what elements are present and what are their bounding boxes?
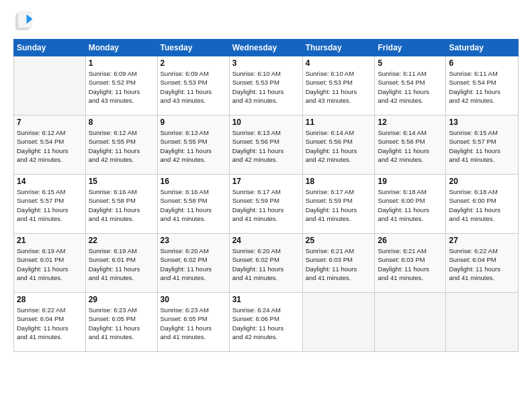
calendar-cell: 1Sunrise: 6:09 AM Sunset: 5:52 PM Daylig… [85,56,157,116]
day-number: 13 [449,118,515,127]
day-number: 12 [378,118,443,127]
day-info: Sunrise: 6:23 AM Sunset: 6:05 PM Dayligh… [89,306,154,341]
calendar-cell: 2Sunrise: 6:09 AM Sunset: 5:53 PM Daylig… [157,56,229,116]
calendar-cell: 14Sunrise: 6:15 AM Sunset: 5:57 PM Dayli… [14,175,86,234]
day-number: 14 [17,177,83,186]
logo [13,11,38,32]
calendar-cell: 27Sunrise: 6:22 AM Sunset: 6:04 PM Dayli… [446,234,519,293]
day-info: Sunrise: 6:16 AM Sunset: 5:58 PM Dayligh… [89,187,154,223]
day-number: 3 [232,58,300,68]
weekday-header: Sunday [14,40,86,56]
day-number: 10 [232,118,300,127]
weekday-header: Wednesday [229,40,302,56]
calendar-cell: 19Sunrise: 6:18 AM Sunset: 6:00 PM Dayli… [375,175,446,234]
calendar-cell: 13Sunrise: 6:15 AM Sunset: 5:57 PM Dayli… [446,116,519,175]
calendar-cell: 11Sunrise: 6:14 AM Sunset: 5:56 PM Dayli… [302,116,375,175]
calendar-cell: 6Sunrise: 6:11 AM Sunset: 5:54 PM Daylig… [446,56,519,116]
day-info: Sunrise: 6:14 AM Sunset: 5:56 PM Dayligh… [306,128,372,164]
day-info: Sunrise: 6:18 AM Sunset: 6:00 PM Dayligh… [449,187,515,223]
day-number: 20 [449,177,515,186]
day-info: Sunrise: 6:15 AM Sunset: 5:57 PM Dayligh… [17,187,83,223]
calendar-cell [302,293,375,352]
day-info: Sunrise: 6:22 AM Sunset: 6:04 PM Dayligh… [17,306,83,341]
day-number: 11 [306,118,372,127]
calendar-cell: 30Sunrise: 6:23 AM Sunset: 6:05 PM Dayli… [157,293,229,352]
calendar-cell: 5Sunrise: 6:11 AM Sunset: 5:54 PM Daylig… [375,56,446,116]
day-info: Sunrise: 6:12 AM Sunset: 5:54 PM Dayligh… [17,128,83,164]
calendar-cell [14,56,86,116]
day-number: 1 [89,58,154,68]
weekday-header-row: SundayMondayTuesdayWednesdayThursdayFrid… [14,40,519,56]
day-number: 22 [89,236,154,245]
calendar-cell: 24Sunrise: 6:20 AM Sunset: 6:02 PM Dayli… [229,234,302,293]
day-info: Sunrise: 6:16 AM Sunset: 5:58 PM Dayligh… [161,187,226,223]
day-info: Sunrise: 6:15 AM Sunset: 5:57 PM Dayligh… [449,128,515,164]
day-number: 28 [17,295,83,304]
calendar-cell: 26Sunrise: 6:21 AM Sunset: 6:03 PM Dayli… [375,234,446,293]
day-info: Sunrise: 6:19 AM Sunset: 6:01 PM Dayligh… [17,246,83,282]
day-info: Sunrise: 6:10 AM Sunset: 5:53 PM Dayligh… [232,69,300,105]
day-info: Sunrise: 6:19 AM Sunset: 6:01 PM Dayligh… [89,246,154,282]
day-info: Sunrise: 6:11 AM Sunset: 5:54 PM Dayligh… [449,69,515,105]
day-info: Sunrise: 6:20 AM Sunset: 6:02 PM Dayligh… [232,246,300,282]
day-number: 7 [17,118,83,127]
day-number: 24 [232,236,300,245]
day-number: 2 [161,58,226,68]
weekday-header: Saturday [446,40,519,56]
calendar-cell: 12Sunrise: 6:14 AM Sunset: 5:56 PM Dayli… [375,116,446,175]
day-number: 8 [89,118,154,127]
calendar-cell [446,293,519,352]
day-number: 4 [306,58,372,68]
calendar-cell: 4Sunrise: 6:10 AM Sunset: 5:53 PM Daylig… [302,56,375,116]
day-info: Sunrise: 6:10 AM Sunset: 5:53 PM Dayligh… [306,69,372,105]
day-info: Sunrise: 6:21 AM Sunset: 6:03 PM Dayligh… [306,246,372,282]
day-info: Sunrise: 6:09 AM Sunset: 5:52 PM Dayligh… [89,69,154,105]
calendar-cell: 22Sunrise: 6:19 AM Sunset: 6:01 PM Dayli… [85,234,157,293]
calendar-cell: 25Sunrise: 6:21 AM Sunset: 6:03 PM Dayli… [302,234,375,293]
calendar-cell: 8Sunrise: 6:12 AM Sunset: 5:55 PM Daylig… [85,116,157,175]
calendar-cell: 28Sunrise: 6:22 AM Sunset: 6:04 PM Dayli… [14,293,86,352]
calendar-cell: 31Sunrise: 6:24 AM Sunset: 6:06 PM Dayli… [229,293,302,352]
weekday-header: Monday [85,40,157,56]
calendar-cell: 15Sunrise: 6:16 AM Sunset: 5:58 PM Dayli… [85,175,157,234]
day-number: 6 [449,58,515,68]
header [13,11,519,32]
weekday-header: Thursday [302,40,375,56]
calendar-cell: 20Sunrise: 6:18 AM Sunset: 6:00 PM Dayli… [446,175,519,234]
day-info: Sunrise: 6:18 AM Sunset: 6:00 PM Dayligh… [378,187,443,223]
day-number: 25 [306,236,372,245]
day-info: Sunrise: 6:24 AM Sunset: 6:06 PM Dayligh… [232,306,300,341]
calendar-week-row: 1Sunrise: 6:09 AM Sunset: 5:52 PM Daylig… [14,56,519,116]
day-info: Sunrise: 6:21 AM Sunset: 6:03 PM Dayligh… [378,246,443,282]
calendar-week-row: 28Sunrise: 6:22 AM Sunset: 6:04 PM Dayli… [14,293,519,352]
day-number: 21 [17,236,83,245]
weekday-header: Tuesday [157,40,229,56]
calendar-cell: 9Sunrise: 6:13 AM Sunset: 5:55 PM Daylig… [157,116,229,175]
calendar-week-row: 7Sunrise: 6:12 AM Sunset: 5:54 PM Daylig… [14,116,519,175]
calendar-week-row: 14Sunrise: 6:15 AM Sunset: 5:57 PM Dayli… [14,175,519,234]
day-number: 31 [232,295,300,304]
day-info: Sunrise: 6:13 AM Sunset: 5:56 PM Dayligh… [232,128,300,164]
day-info: Sunrise: 6:20 AM Sunset: 6:02 PM Dayligh… [161,246,226,282]
calendar-cell: 16Sunrise: 6:16 AM Sunset: 5:58 PM Dayli… [157,175,229,234]
calendar-week-row: 21Sunrise: 6:19 AM Sunset: 6:01 PM Dayli… [14,234,519,293]
day-number: 29 [89,295,154,304]
day-info: Sunrise: 6:22 AM Sunset: 6:04 PM Dayligh… [449,246,515,282]
calendar-cell: 23Sunrise: 6:20 AM Sunset: 6:02 PM Dayli… [157,234,229,293]
calendar-cell: 7Sunrise: 6:12 AM Sunset: 5:54 PM Daylig… [14,116,86,175]
day-number: 26 [378,236,443,245]
day-number: 9 [161,118,226,127]
day-number: 17 [232,177,300,186]
calendar-cell: 21Sunrise: 6:19 AM Sunset: 6:01 PM Dayli… [14,234,86,293]
day-info: Sunrise: 6:23 AM Sunset: 6:05 PM Dayligh… [161,306,226,341]
calendar-cell: 29Sunrise: 6:23 AM Sunset: 6:05 PM Dayli… [85,293,157,352]
calendar-cell [375,293,446,352]
calendar-cell: 18Sunrise: 6:17 AM Sunset: 5:59 PM Dayli… [302,175,375,234]
day-number: 30 [161,295,226,304]
day-info: Sunrise: 6:12 AM Sunset: 5:55 PM Dayligh… [89,128,154,164]
day-info: Sunrise: 6:17 AM Sunset: 5:59 PM Dayligh… [232,187,300,223]
day-number: 15 [89,177,154,186]
calendar-cell: 10Sunrise: 6:13 AM Sunset: 5:56 PM Dayli… [229,116,302,175]
day-info: Sunrise: 6:14 AM Sunset: 5:56 PM Dayligh… [378,128,443,164]
calendar-cell: 17Sunrise: 6:17 AM Sunset: 5:59 PM Dayli… [229,175,302,234]
